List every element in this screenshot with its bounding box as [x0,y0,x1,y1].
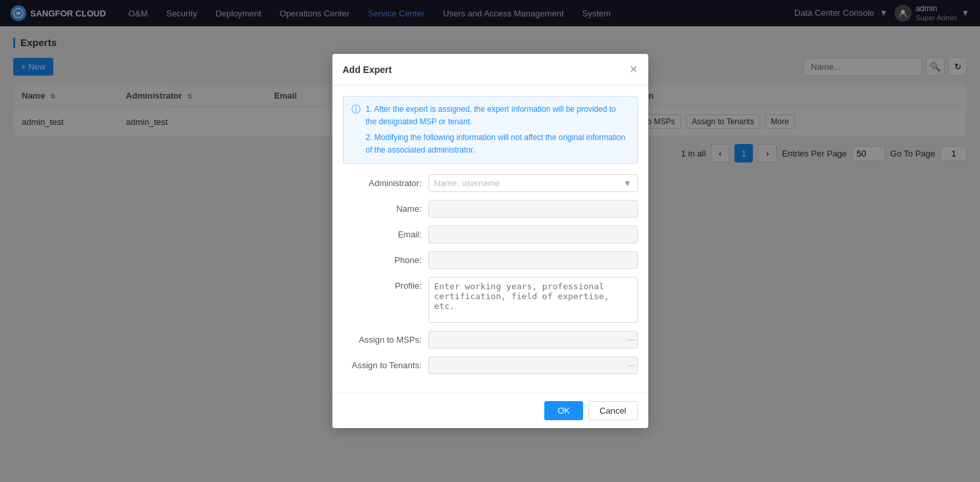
info-icon: ⓘ [351,104,361,116]
assign-msps-row: Assign to MSPs: ··· [343,331,638,349]
assign-msps-label: Assign to MSPs: [343,331,422,345]
assign-msps-input[interactable] [428,331,638,349]
modal-close-button[interactable]: ✕ [629,63,638,76]
close-icon: ✕ [629,63,638,76]
email-row: Email: [343,226,638,243]
phone-input[interactable] [428,251,638,269]
modal-footer: OK Cancel [332,393,648,428]
name-label: Name: [343,200,422,214]
cancel-button[interactable]: Cancel [588,401,637,420]
phone-row: Phone: [343,251,638,269]
notice-line2: 2. Modifying the following information w… [366,132,629,157]
administrator-placeholder: Name, username [434,178,500,188]
profile-label: Profile: [343,277,422,291]
profile-row: Profile: [343,277,638,323]
phone-label: Phone: [343,251,422,265]
profile-textarea[interactable] [428,277,638,323]
modal-header: Add Expert ✕ [332,54,648,85]
assign-tenants-row: Assign to Tenants: ··· [343,356,638,374]
add-expert-modal: Add Expert ✕ ⓘ 1. After the expert is as… [332,54,648,428]
notice-box: ⓘ 1. After the expert is assigned, the e… [343,96,638,164]
modal-title: Add Expert [343,64,392,75]
modal-body: ⓘ 1. After the expert is assigned, the e… [332,85,648,393]
notice-text: 1. After the expert is assigned, the exp… [366,103,629,157]
assign-tenants-wrap: ··· [428,356,638,374]
email-label: Email: [343,226,422,239]
name-row: Name: [343,200,638,218]
dropdown-icon: ▼ [623,178,632,188]
modal-overlay[interactable]: Add Expert ✕ ⓘ 1. After the expert is as… [0,0,980,482]
assign-msps-wrap: ··· [428,331,638,349]
assign-tenants-ellipsis-icon[interactable]: ··· [627,360,635,370]
notice-line1: 1. After the expert is assigned, the exp… [366,103,629,128]
administrator-select[interactable]: Name, username ▼ [428,174,638,192]
assign-msps-ellipsis-icon[interactable]: ··· [627,334,635,345]
email-input[interactable] [428,226,638,243]
administrator-row: Administrator: Name, username ▼ [343,174,638,192]
assign-tenants-input[interactable] [428,356,638,374]
name-input[interactable] [428,200,638,218]
assign-tenants-label: Assign to Tenants: [343,356,422,370]
ok-button[interactable]: OK [544,401,583,420]
administrator-label: Administrator: [343,174,422,188]
